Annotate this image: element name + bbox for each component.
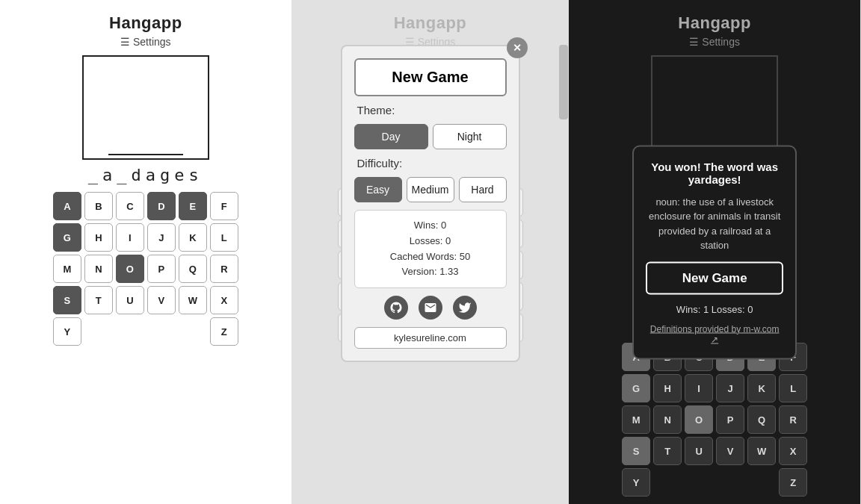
key-S[interactable]: S [622, 437, 650, 465]
key-L[interactable]: L [210, 223, 238, 252]
key-S[interactable]: S [53, 286, 81, 314]
key-F[interactable]: F [210, 192, 238, 220]
key-Q[interactable]: Q [747, 405, 776, 434]
twitter-icon[interactable] [453, 296, 477, 320]
difficulty-hard-button[interactable]: Hard [459, 177, 507, 202]
stats-wins: Wins: 0 [367, 218, 494, 234]
settings-modal: ✕ New Game Theme: Day Night Difficulty: … [341, 45, 520, 362]
key-C[interactable]: C [116, 192, 144, 220]
difficulty-medium-button[interactable]: Medium [407, 177, 454, 202]
theme-label: Theme: [357, 104, 395, 116]
difficulty-btn-group: Easy Medium Hard [354, 177, 507, 202]
key-V[interactable]: V [147, 286, 176, 314]
left-hangman-box [82, 55, 209, 160]
github-icon[interactable] [384, 296, 408, 320]
key-J[interactable]: J [716, 374, 744, 402]
key-T[interactable]: T [653, 437, 682, 465]
difficulty-label: Difficulty: [357, 157, 403, 169]
key-E[interactable]: E [179, 192, 207, 220]
win-stats: Wins: 1 Losses: 0 [676, 303, 753, 314]
key-D[interactable]: D [147, 192, 176, 220]
key-A[interactable]: A [53, 192, 81, 220]
hangman-baseline [108, 154, 183, 155]
key-K[interactable]: K [747, 374, 776, 402]
key-L[interactable]: L [779, 374, 807, 402]
key-B[interactable]: B [84, 192, 113, 220]
key-G[interactable]: G [622, 374, 650, 402]
right-settings-button[interactable]: ☰ Settings [689, 36, 739, 48]
stats-losses: Losses: 0 [367, 234, 494, 249]
left-keyboard: ABCDEFGHIJKLMNOPQRSTUVWXYZ [7, 192, 284, 346]
key-P[interactable]: P [716, 405, 744, 434]
middle-new-game-button[interactable]: New Game [354, 58, 507, 96]
difficulty-easy-button[interactable]: Easy [354, 177, 402, 202]
key-N[interactable]: N [84, 255, 113, 283]
keyboard-row: STUVWX [53, 286, 238, 314]
key-M[interactable]: M [53, 255, 81, 283]
win-title: You won! The word was yardages! [646, 160, 783, 185]
key-X[interactable]: X [210, 286, 238, 314]
left-settings-button[interactable]: ☰ Settings [120, 36, 170, 48]
middle-app-title: Hangapp [394, 13, 467, 33]
theme-night-button[interactable]: Night [433, 124, 507, 149]
keyboard-row: YZ [53, 317, 238, 346]
key-I[interactable]: I [116, 223, 144, 252]
keyboard-row: GHIJKL [622, 374, 807, 402]
left-app-title: Hangapp [109, 13, 182, 33]
stats-cached: Cached Words: 50 [367, 249, 494, 265]
win-definition: noun: the use of a livestock enclosure f… [646, 194, 783, 252]
keyboard-row: STUVWX [622, 437, 807, 465]
key-U[interactable]: U [685, 437, 713, 465]
key-H[interactable]: H [653, 374, 682, 402]
win-new-game-button[interactable]: New Game [646, 261, 783, 294]
website-link[interactable]: kylesureline.com [354, 327, 507, 349]
keyboard-row: YZ [622, 468, 807, 497]
key-O[interactable]: O [116, 255, 144, 283]
right-keyboard: ABCDEFGHIJKLMNOPQRSTUVWXYZ [576, 343, 853, 497]
right-panel: Hangapp ☰ Settings You won! The word was… [569, 0, 861, 504]
middle-panel: Hangapp ☰ Settings ABCDEFGHIJKLMNOPQRSTU… [292, 0, 570, 504]
key-W[interactable]: W [747, 437, 776, 465]
keyboard-row: MNOPQR [622, 405, 807, 434]
left-word-display: _a_dages [88, 166, 203, 184]
key-Y[interactable]: Y [53, 317, 81, 346]
key-P[interactable]: P [147, 255, 176, 283]
social-icons-row [384, 296, 477, 320]
left-panel: Hangapp ☰ Settings _a_dages ABCDEFGHIJKL… [0, 0, 292, 504]
theme-day-button[interactable]: Day [354, 124, 428, 149]
key-Z[interactable]: Z [779, 468, 807, 497]
win-overlay: You won! The word was yardages! noun: th… [632, 145, 797, 359]
key-V[interactable]: V [716, 437, 744, 465]
right-hangman-box [651, 55, 778, 160]
email-icon[interactable] [419, 296, 442, 320]
right-app-title: Hangapp [678, 13, 751, 33]
stats-box: Wins: 0 Losses: 0 Cached Words: 50 Versi… [354, 210, 507, 288]
theme-btn-group: Day Night [354, 124, 507, 149]
key-U[interactable]: U [116, 286, 144, 314]
key-R[interactable]: R [210, 255, 238, 283]
key-Y[interactable]: Y [622, 468, 650, 497]
key-O[interactable]: O [685, 405, 713, 434]
key-W[interactable]: W [179, 286, 207, 314]
key-G[interactable]: G [53, 223, 81, 252]
keyboard-row: GHIJKL [53, 223, 238, 252]
key-X[interactable]: X [779, 437, 807, 465]
key-T[interactable]: T [84, 286, 113, 314]
key-K[interactable]: K [179, 223, 207, 252]
key-R[interactable]: R [779, 405, 807, 434]
modal-close-button[interactable]: ✕ [507, 37, 528, 58]
key-M[interactable]: M [622, 405, 650, 434]
key-Z[interactable]: Z [210, 317, 238, 346]
key-N[interactable]: N [653, 405, 682, 434]
definitions-link[interactable]: Definitions provided by m-w.com ↗ [646, 323, 783, 344]
key-I[interactable]: I [685, 374, 713, 402]
key-H[interactable]: H [84, 223, 113, 252]
key-Q[interactable]: Q [179, 255, 207, 283]
stats-version: Version: 1.33 [367, 264, 494, 280]
keyboard-row: MNOPQR [53, 255, 238, 283]
key-J[interactable]: J [147, 223, 176, 252]
scroll-indicator [559, 45, 568, 119]
keyboard-row: ABCDEF [53, 192, 238, 220]
